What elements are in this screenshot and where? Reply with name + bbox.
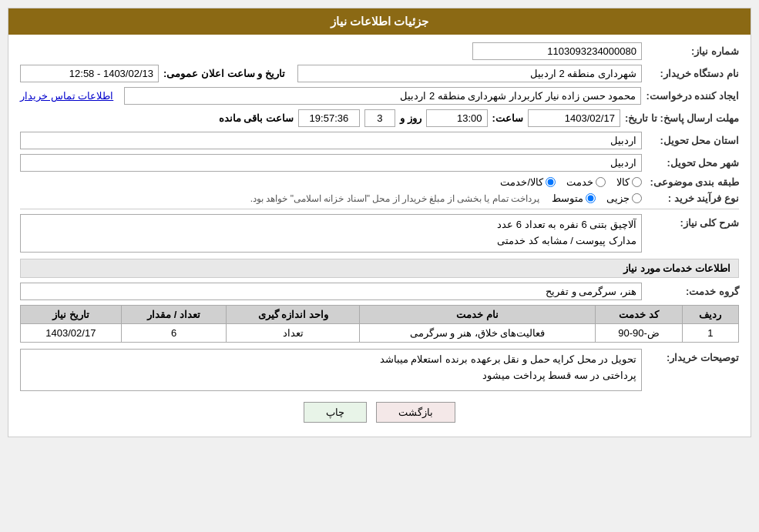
buttons-row: بازگشت چاپ <box>20 402 739 423</box>
org-name-label: نام دستگاه خریدار: <box>646 68 739 79</box>
page-header: جزئیات اطلاعات نیاز <box>8 8 751 35</box>
category-radio-group: کالا خدمت کالا/خدمت <box>500 176 642 188</box>
purchase-type-radio-jozii[interactable] <box>632 193 642 203</box>
description-value: آلاچیق بتنی 6 نفره به تعداد 6 عددمدارک پ… <box>497 219 636 246</box>
request-number-value: 1103093234000080 <box>547 45 636 57</box>
deadline-time-field: 13:00 <box>426 109 488 127</box>
services-table: ردیف کد خدمت نام خدمت واحد اندازه گیری ت… <box>20 305 739 343</box>
col-unit: واحد اندازه گیری <box>227 306 359 324</box>
cell-code: ض-90-90 <box>596 324 682 343</box>
category-label: طبقه بندی موضوعی: <box>646 176 739 188</box>
buyer-notes-label: توصیحات خریدار: <box>646 352 739 363</box>
deadline-day-label: روز و <box>400 112 421 124</box>
province-value: اردبیل <box>610 135 636 146</box>
services-section-header: اطلاعات خدمات مورد نیاز <box>20 259 739 278</box>
category-radio-kala[interactable] <box>632 177 642 187</box>
category-radio-khedmat[interactable] <box>596 177 606 187</box>
cell-unit: تعداد <box>227 324 359 343</box>
request-number-field: 1103093234000080 <box>472 42 642 60</box>
category-option-kala[interactable]: کالا <box>616 176 642 188</box>
purchase-type-label: نوع فرآیند خرید : <box>646 192 739 204</box>
col-name: نام خدمت <box>359 306 595 324</box>
category-option-khedmat[interactable]: خدمت <box>566 176 606 188</box>
deadline-remain-time-field: 19:57:36 <box>298 109 360 127</box>
deadline-time-value: 13:00 <box>457 112 482 124</box>
deadline-days-field: 3 <box>364 109 395 127</box>
purchase-type-label-motawaset: متوسط <box>552 192 583 204</box>
deadline-date-value: 1403/02/17 <box>565 112 615 124</box>
deadline-remain-time-value: 19:57:36 <box>310 112 349 124</box>
description-label: شرح کلی نیاز: <box>646 217 739 229</box>
announcement-field: 1403/02/13 - 12:58 <box>20 65 159 82</box>
description-field: آلاچیق بتنی 6 نفره به تعداد 6 عددمدارک پ… <box>20 214 642 253</box>
announcement-label: تاریخ و ساعت اعلان عمومی: <box>163 68 285 79</box>
col-row: ردیف <box>682 306 738 324</box>
org-name-field: شهرداری منطقه 2 اردبیل <box>297 65 642 82</box>
service-group-value: هنر، سرگرمی و تفریح <box>546 286 636 297</box>
province-field: اردبیل <box>20 132 642 149</box>
cell-row: 1 <box>682 324 738 343</box>
col-code: کد خدمت <box>596 306 682 324</box>
cell-date: 1403/02/17 <box>21 324 122 343</box>
col-date: تاریخ نیاز <box>21 306 122 324</box>
deadline-remain-label: ساعت باقی مانده <box>219 112 294 124</box>
creator-value: محمود حسن زاده نیار کاربردار شهرداری منط… <box>400 90 636 102</box>
deadline-days-value: 3 <box>377 112 382 124</box>
city-value: اردبیل <box>610 157 636 169</box>
creator-link[interactable]: اطلاعات تماس خریدار <box>20 90 113 102</box>
category-label-kala: کالا <box>616 176 630 188</box>
purchase-type-motawaset[interactable]: متوسط <box>552 192 596 204</box>
purchase-type-note: پرداخت تمام یا بخشی از مبلغ خریدار از مح… <box>250 193 539 204</box>
deadline-time-label: ساعت: <box>492 112 523 124</box>
page-title: جزئیات اطلاعات نیاز <box>331 15 428 28</box>
cell-quantity: 6 <box>121 324 227 343</box>
buyer-notes-value: تحویل در محل کرایه حمل و نقل برعهده برند… <box>380 353 636 381</box>
service-group-label: گروه خدمت: <box>646 286 739 297</box>
back-button[interactable]: بازگشت <box>376 402 455 423</box>
purchase-type-radio-group: جزیی متوسط <box>552 192 642 204</box>
creator-field: محمود حسن زاده نیار کاربردار شهرداری منط… <box>124 87 641 105</box>
city-field: اردبیل <box>20 154 642 172</box>
buyer-notes-field: تحویل در محل کرایه حمل و نقل برعهده برند… <box>20 349 642 391</box>
deadline-date-field: 1403/02/17 <box>528 109 620 127</box>
col-quantity: تعداد / مقدار <box>121 306 227 324</box>
print-button[interactable]: چاپ <box>304 402 367 423</box>
services-header-text: اطلاعات خدمات مورد نیاز <box>623 263 730 274</box>
creator-label: ایجاد کننده درخواست: <box>646 90 739 102</box>
purchase-type-label-jozii: جزیی <box>606 192 630 204</box>
deadline-label: مهلت ارسال پاسخ: تا تاریخ: <box>625 112 739 124</box>
category-label-khedmat: خدمت <box>566 176 593 188</box>
request-number-label: شماره نیاز: <box>646 45 739 57</box>
purchase-type-jozii[interactable]: جزیی <box>606 192 642 204</box>
table-row: 1 ض-90-90 فعالیت‌های خلاق، هنر و سرگرمی … <box>21 324 739 343</box>
category-radio-kala-khedmat[interactable] <box>546 177 556 187</box>
cell-name: فعالیت‌های خلاق، هنر و سرگرمی <box>359 324 595 343</box>
city-label: شهر محل تحویل: <box>646 157 739 169</box>
province-label: استان محل تحویل: <box>646 135 739 146</box>
category-label-kala-khedmat: کالا/خدمت <box>500 176 543 188</box>
purchase-type-radio-motawaset[interactable] <box>586 193 596 203</box>
service-group-field: هنر، سرگرمی و تفریح <box>20 283 642 300</box>
org-name-value: شهرداری منطقه 2 اردبیل <box>530 68 636 79</box>
category-option-kala-khedmat[interactable]: کالا/خدمت <box>500 176 556 188</box>
announcement-value: 1403/02/13 - 12:58 <box>69 68 153 79</box>
